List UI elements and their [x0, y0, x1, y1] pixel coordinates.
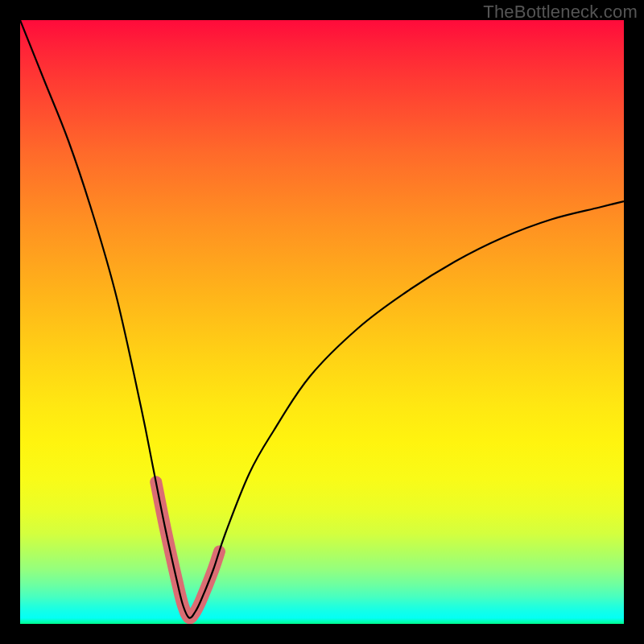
plot-area [20, 20, 624, 624]
curve-minimum-highlight [156, 482, 220, 618]
bottleneck-curve-svg [20, 20, 624, 624]
figure-root: TheBottleneck.com [0, 0, 644, 644]
watermark-text: TheBottleneck.com [483, 2, 638, 23]
bottleneck-curve [20, 20, 624, 618]
